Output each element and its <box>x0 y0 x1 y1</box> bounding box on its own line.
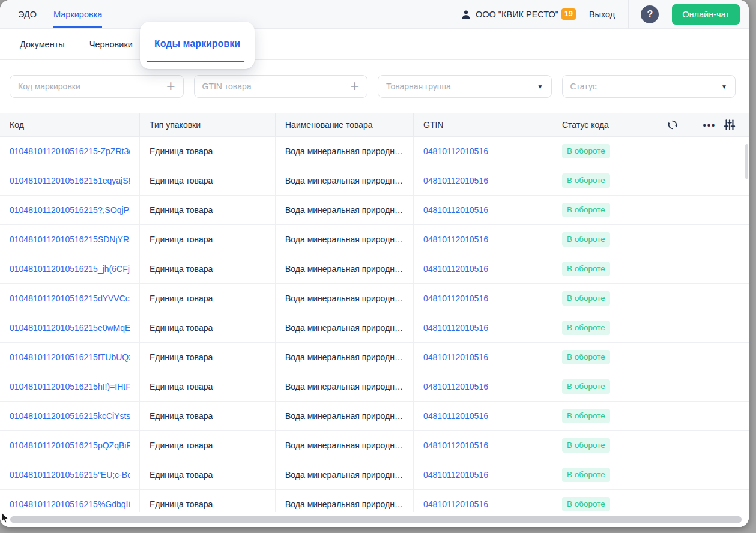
gtin-link[interactable]: 04810112010516 <box>423 264 488 274</box>
filter-gtin: + <box>194 75 368 98</box>
packaging-type: Единица товара <box>150 441 213 450</box>
gtin-link[interactable]: 04810112010516 <box>423 470 488 480</box>
add-icon[interactable]: + <box>166 80 175 92</box>
vertical-divider <box>628 0 629 29</box>
marking-code-input[interactable] <box>18 82 162 91</box>
table-extra-actions: ••• <box>689 113 749 136</box>
filter-status[interactable]: ▼ <box>562 75 736 98</box>
table-row: 0104810112010516215fTUbUQz)f<8u Единица … <box>0 343 749 372</box>
marking-code-link[interactable]: 0104810112010516215_jh(6CFjWU+x <box>10 264 130 274</box>
tabs-bar: Документы Черновики Чек <box>0 29 749 60</box>
gtin-link[interactable]: 04810112010516 <box>423 323 488 333</box>
status-badge: В обороте <box>562 321 610 336</box>
refresh-icon[interactable] <box>656 113 689 136</box>
more-actions-icon[interactable]: ••• <box>703 120 716 130</box>
product-name: Вода минеральная природная леч… <box>285 470 404 480</box>
table-body: 0104810112010516215-ZpZRt3qp_JK Единица … <box>0 137 749 519</box>
gtin-link[interactable]: 04810112010516 <box>423 499 488 509</box>
marking-code-link[interactable]: 0104810112010516215-ZpZRt3qp_JK <box>10 146 130 156</box>
marking-code-link[interactable]: 01048101120105162151eqyajS!SG3K <box>10 176 130 185</box>
main-nav: ЭДО Маркировка <box>18 0 102 28</box>
status-badge: В обороте <box>562 350 610 365</box>
packaging-type: Единица товара <box>150 235 213 244</box>
logout-link[interactable]: Выход <box>589 10 615 19</box>
gtin-link[interactable]: 04810112010516 <box>423 146 488 156</box>
table-row: 0104810112010516215pQZqBiR'dg=8 Единица … <box>0 431 749 460</box>
tab-item[interactable]: Черновики <box>89 40 133 49</box>
marking-code-link[interactable]: 0104810112010516215dYVVCc7-48… <box>10 294 130 303</box>
table-row: 0104810112010516215hI!)=IHtFIBt Единица … <box>0 372 749 402</box>
product-name: Вода минеральная природная леч… <box>285 294 404 303</box>
product-name: Вода минеральная природная леч… <box>285 176 404 185</box>
gtin-link[interactable]: 04810112010516 <box>423 441 488 450</box>
nav-item-edo[interactable]: ЭДО <box>18 0 37 28</box>
packaging-type: Единица товара <box>150 176 213 185</box>
horizontal-scrollbar[interactable] <box>10 516 742 523</box>
marking-code-link[interactable]: 0104810112010516215e0wMqEw*k,'s <box>10 323 130 333</box>
status-badge: В обороте <box>562 291 610 306</box>
column-header-gtin: GTIN <box>414 113 552 136</box>
marking-code-link[interactable]: 0104810112010516215"EU;c-BqsaXw <box>10 470 130 480</box>
filter-product-group[interactable]: ▼ <box>378 75 552 98</box>
online-chat-button[interactable]: Онлайн-чат <box>672 4 740 25</box>
active-tab-label: Коды маркировки <box>154 38 240 49</box>
active-tab-card[interactable]: Коды маркировки <box>140 22 255 69</box>
table-row: 0104810112010516215dYVVCc7-48… Единица т… <box>0 284 749 313</box>
gtin-link[interactable]: 04810112010516 <box>423 411 488 421</box>
product-name: Вода минеральная природная леч… <box>285 441 404 450</box>
status-badge: В обороте <box>562 144 610 159</box>
column-header-packaging: Тип упаковки <box>140 113 276 136</box>
status-badge: В обороте <box>562 232 610 247</box>
help-icon[interactable]: ? <box>641 5 659 23</box>
status-badge: В обороте <box>562 203 610 218</box>
marking-code-link[interactable]: 0104810112010516215fTUbUQz)f<8u <box>10 352 130 362</box>
marking-code-link[interactable]: 0104810112010516215SDNjYRMaY… <box>10 235 130 244</box>
product-name: Вода минеральная природная леч… <box>285 205 404 215</box>
status-select[interactable] <box>570 82 717 91</box>
gtin-link[interactable]: 04810112010516 <box>423 352 488 362</box>
topbar-right: ООО "КВИК РЕСТО" 19 Выход ? Онлайн-чат <box>461 0 740 28</box>
marking-code-link[interactable]: 0104810112010516215pQZqBiR'dg=8 <box>10 441 130 450</box>
filter-marking-code: + <box>10 75 184 98</box>
packaging-type: Единица товара <box>150 205 213 215</box>
product-name: Вода минеральная природная леч… <box>285 323 404 333</box>
vertical-scrollbar[interactable] <box>745 144 748 179</box>
marking-code-link[interactable]: 0104810112010516215kcCiYstsO&Gk <box>10 411 130 421</box>
packaging-type: Единица товара <box>150 264 213 274</box>
nav-item-markirovka[interactable]: Маркировка <box>53 0 102 28</box>
org-name[interactable]: ООО "КВИК РЕСТО" <box>476 10 558 19</box>
gtin-link[interactable]: 04810112010516 <box>423 205 488 215</box>
product-name: Вода минеральная природная леч… <box>285 235 404 244</box>
columns-settings-icon[interactable] <box>724 119 736 131</box>
tab-item[interactable]: Документы <box>20 40 65 49</box>
gtin-link[interactable]: 04810112010516 <box>423 176 488 185</box>
notification-count-badge: 19 <box>561 8 576 20</box>
packaging-type: Единица товара <box>150 352 213 362</box>
row-actions-spacer <box>656 137 749 166</box>
packaging-type: Единица товара <box>150 470 213 480</box>
chevron-down-icon[interactable]: ▼ <box>537 83 543 90</box>
product-group-select[interactable] <box>386 82 533 91</box>
gtin-link[interactable]: 04810112010516 <box>423 235 488 244</box>
row-actions-spacer <box>656 254 749 283</box>
user-icon <box>461 9 471 20</box>
gtin-link[interactable]: 04810112010516 <box>423 294 488 303</box>
top-navigation-bar: ЭДО Маркировка ООО "КВИК РЕСТО" 19 Выход… <box>0 0 749 29</box>
row-actions-spacer <box>656 402 749 430</box>
marking-code-link[interactable]: 0104810112010516215hI!)=IHtFIBt <box>10 382 130 391</box>
marking-code-link[interactable]: 0104810112010516215?,SOqjPMBC… <box>10 205 130 215</box>
gtin-link[interactable]: 04810112010516 <box>423 382 488 391</box>
row-actions-spacer <box>656 196 749 224</box>
row-actions-spacer <box>656 166 749 195</box>
product-name: Вода минеральная природная леч… <box>285 146 404 156</box>
table-header: Код Тип упаковки Наименование товара GTI… <box>0 113 749 137</box>
gtin-input[interactable] <box>202 82 346 91</box>
add-icon[interactable]: + <box>350 80 359 92</box>
column-header-status: Статус кода <box>552 113 656 136</box>
status-badge: В обороте <box>562 262 610 277</box>
product-name: Вода минеральная природная леч… <box>285 264 404 274</box>
marking-code-link[interactable]: 0104810112010516215%GdbqIiG'OPr <box>10 499 130 509</box>
row-actions-spacer <box>656 284 749 313</box>
chevron-down-icon[interactable]: ▼ <box>721 83 727 90</box>
active-tab-underline <box>147 61 244 62</box>
